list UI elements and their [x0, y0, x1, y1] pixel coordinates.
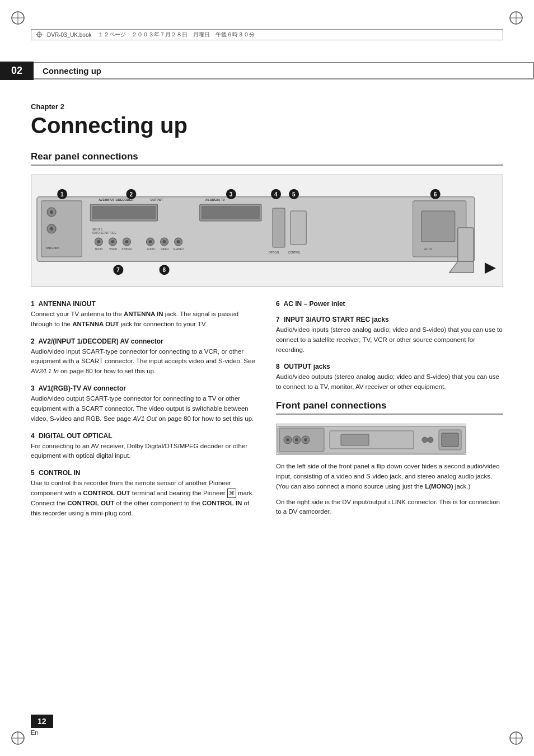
- svg-rect-56: [458, 228, 474, 261]
- corner-mark-bl: [10, 730, 26, 746]
- svg-text:OPTICAL: OPTICAL: [269, 251, 280, 254]
- front-panel-diagram: [276, 424, 466, 455]
- svg-rect-86: [442, 433, 458, 447]
- svg-point-87: [422, 437, 428, 443]
- svg-point-28: [97, 240, 100, 243]
- chapter-number-box: 02: [0, 62, 34, 80]
- desc-title-3: 3 AV1(RGB)-TV AV connector: [31, 384, 258, 392]
- svg-text:7: 7: [116, 267, 120, 273]
- svg-text:8: 8: [163, 267, 166, 273]
- desc-item-7: 7 INPUT 3/AUTO START REC jacks Audio/vid…: [276, 316, 503, 355]
- front-panel-section: Front panel connections: [276, 400, 503, 517]
- desc-item-1: 1 ANTENNA IN/OUT Connect your TV antenna…: [31, 300, 258, 330]
- desc-title-5: 5 CONTROL IN: [31, 469, 258, 477]
- svg-point-44: [177, 240, 180, 243]
- crosshair-icon: [36, 31, 43, 38]
- page-lang: En: [31, 729, 38, 736]
- chapter-label: Chapter 2: [31, 102, 503, 111]
- desc-title-4: 4 DIGITAL OUT OPTICAL: [31, 432, 258, 440]
- rear-panel-diagram: ANTENNA AV2/INPUT 1/DECODER INPUT 1 AUTO…: [31, 175, 503, 287]
- svg-point-18: [50, 210, 53, 214]
- desc-item-6: 6 AC IN – Power inlet: [276, 300, 503, 308]
- col-right: 6 AC IN – Power inlet 7 INPUT 3/AUTO STA…: [276, 300, 503, 526]
- front-panel-text-2: On the right side is the DV input/output…: [276, 497, 503, 518]
- chapter-big-title: Connecting up: [31, 113, 503, 138]
- col-left: 1 ANTENNA IN/OUT Connect your TV antenna…: [31, 300, 258, 526]
- svg-text:AUDIO: AUDIO: [147, 248, 155, 251]
- svg-text:AV2/INPUT 1/DECODER: AV2/INPUT 1/DECODER: [99, 198, 133, 201]
- svg-point-38: [148, 240, 152, 243]
- main-content: Chapter 2 Connecting up Rear panel conne…: [31, 87, 503, 539]
- corner-mark-br: [508, 730, 524, 746]
- page-number: 12: [31, 715, 53, 728]
- svg-rect-24: [92, 206, 156, 219]
- svg-rect-51: [291, 211, 306, 245]
- svg-text:3: 3: [229, 191, 233, 198]
- desc-body-7: Audio/video inputs (stereo analog audio;…: [276, 325, 503, 355]
- desc-body-3: Audio/video output SCART-type connector …: [31, 394, 258, 424]
- svg-point-41: [163, 240, 166, 243]
- svg-point-34: [125, 240, 128, 243]
- corner-mark-tr: [508, 10, 524, 26]
- corner-mark-tl: [10, 10, 26, 26]
- desc-item-2: 2 AV2/(INPUT 1/DECODER) AV connector Aud…: [31, 337, 258, 377]
- svg-text:OUTPUT: OUTPUT: [151, 198, 163, 201]
- desc-item-4: 4 DIGITAL OUT OPTICAL For connecting to …: [31, 432, 258, 462]
- svg-marker-74: [485, 262, 496, 274]
- svg-rect-84: [341, 434, 369, 445]
- svg-point-80: [295, 438, 298, 442]
- desc-item-3: 3 AV1(RGB)-TV AV connector Audio/video o…: [31, 384, 258, 424]
- front-panel-heading: Front panel connections: [276, 400, 503, 415]
- desc-title-6: 6 AC IN – Power inlet: [276, 300, 503, 308]
- svg-point-31: [111, 240, 114, 243]
- meta-page-info: １２ページ ２００３年７月２８日 月曜日 午後６時３０分: [98, 31, 255, 39]
- svg-text:ANTENNA: ANTENNA: [46, 246, 60, 250]
- svg-text:5: 5: [292, 191, 296, 198]
- desc-body-1: Connect your TV antenna to the ANTENNA I…: [31, 309, 258, 330]
- svg-point-88: [428, 437, 433, 443]
- desc-title-8: 8 OUTPUT jacks: [276, 363, 503, 370]
- page-footer: 12 En: [31, 715, 53, 736]
- svg-point-82: [304, 438, 307, 442]
- svg-text:S-VIDEO: S-VIDEO: [121, 248, 132, 251]
- desc-body-8: Audio/video outputs (stereo analog audio…: [276, 372, 503, 392]
- desc-item-5: 5 CONTROL IN Use to control this recorde…: [31, 469, 258, 518]
- svg-text:6: 6: [434, 191, 437, 198]
- svg-marker-57: [449, 261, 474, 273]
- chapter-title-bar: Connecting up: [34, 62, 534, 79]
- meta-bar: DVR-03_UK.book １２ページ ２００３年７月２８日 月曜日 午後６時…: [31, 29, 503, 40]
- svg-text:4: 4: [274, 191, 278, 198]
- svg-text:1: 1: [60, 191, 64, 198]
- svg-text:AUTO SCART REC: AUTO SCART REC: [92, 231, 116, 234]
- svg-rect-48: [202, 206, 260, 219]
- svg-point-20: [50, 227, 53, 231]
- desc-item-8: 8 OUTPUT jacks Audio/video outputs (ster…: [276, 363, 503, 392]
- rear-panel-heading: Rear panel connections: [31, 151, 503, 166]
- desc-body-2: Audio/video input SCART-type connector f…: [31, 347, 258, 377]
- pioneer-icon: ⌘: [227, 489, 236, 499]
- desc-title-1: 1 ANTENNA IN/OUT: [31, 300, 258, 308]
- desc-body-4: For connecting to an AV receiver, Dolby …: [31, 442, 258, 462]
- svg-text:S-VIDEO: S-VIDEO: [174, 248, 184, 251]
- svg-text:VIDEO: VIDEO: [161, 248, 170, 251]
- svg-text:VIDEO: VIDEO: [109, 248, 118, 251]
- desc-title-7: 7 INPUT 3/AUTO START REC jacks: [276, 316, 503, 323]
- svg-rect-54: [421, 211, 455, 242]
- descriptions-columns: 1 ANTENNA IN/OUT Connect your TV antenna…: [31, 300, 503, 526]
- desc-body-5: Use to control this recorder from the re…: [31, 478, 258, 518]
- svg-text:AUDIO: AUDIO: [95, 248, 103, 251]
- meta-text: DVR-03_UK.book: [47, 32, 91, 38]
- svg-rect-49: [273, 208, 285, 247]
- svg-text:AV1(RGB)-TV: AV1(RGB)-TV: [205, 198, 225, 201]
- chapter-header: 02 Connecting up: [0, 62, 534, 80]
- front-panel-text-1: On the left side of the front panel a fl…: [276, 462, 503, 491]
- desc-title-2: 2 AV2/(INPUT 1/DECODER) AV connector: [31, 337, 258, 345]
- svg-text:CONTROL: CONTROL: [288, 251, 301, 254]
- svg-point-78: [286, 438, 289, 442]
- svg-text:AC IN: AC IN: [424, 247, 432, 251]
- svg-text:2: 2: [129, 191, 133, 198]
- chapter-header-title: Connecting up: [43, 66, 101, 76]
